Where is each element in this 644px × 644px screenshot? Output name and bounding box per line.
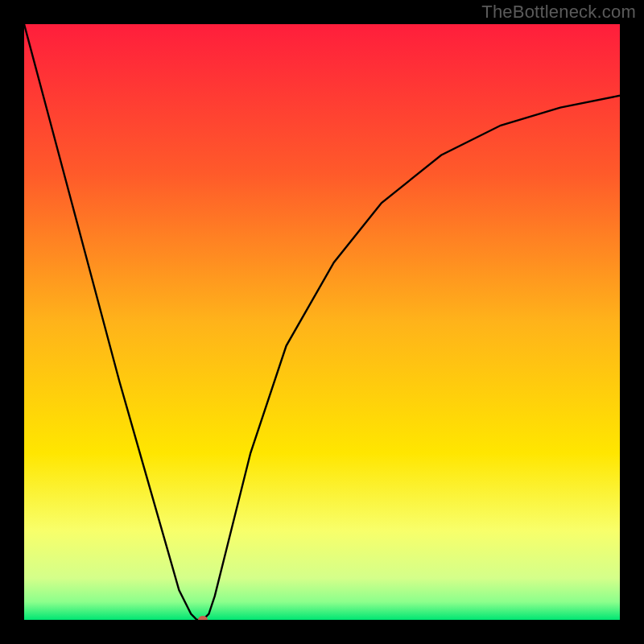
watermark-text: TheBottleneck.com: [481, 2, 636, 23]
chart-frame: TheBottleneck.com: [0, 0, 644, 644]
chart-svg: [24, 24, 620, 620]
gradient-background: [24, 24, 620, 620]
plot-area: [24, 24, 620, 620]
